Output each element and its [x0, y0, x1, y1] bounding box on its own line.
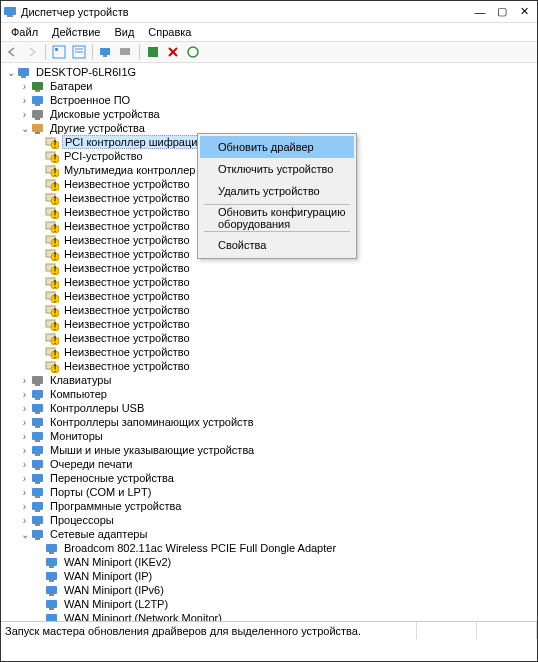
- device-icon: [45, 611, 59, 621]
- context-menu-item[interactable]: Удалить устройство: [200, 180, 354, 202]
- expander-icon[interactable]: ›: [19, 487, 30, 498]
- expander-icon[interactable]: ›: [19, 459, 30, 470]
- menu-action[interactable]: Действие: [46, 25, 106, 39]
- category-node[interactable]: ›Батареи: [1, 79, 537, 93]
- separator: [139, 44, 140, 60]
- expander-icon[interactable]: ›: [19, 473, 30, 484]
- category-label: Дисковые устройства: [48, 108, 162, 120]
- svg-rect-104: [49, 580, 54, 582]
- svg-text:!: !: [53, 236, 56, 247]
- expander-icon[interactable]: ›: [19, 417, 30, 428]
- minimize-button[interactable]: —: [469, 2, 491, 22]
- expander-icon[interactable]: ›: [19, 109, 30, 120]
- expander-icon[interactable]: ›: [19, 515, 30, 526]
- tree-root[interactable]: ⌄DESKTOP-6LR6I1G: [1, 65, 537, 79]
- device-icon: !: [45, 177, 59, 191]
- expander-icon[interactable]: ⌄: [19, 529, 30, 540]
- svg-rect-108: [49, 608, 54, 610]
- device-node[interactable]: !Неизвестное устройство: [1, 261, 537, 275]
- context-menu-item[interactable]: Обновить драйвер: [200, 136, 354, 158]
- device-node[interactable]: Broadcom 802.11ac Wireless PCIE Full Don…: [1, 541, 537, 555]
- category-node[interactable]: ›Процессоры: [1, 513, 537, 527]
- device-node[interactable]: WAN Miniport (IP): [1, 569, 537, 583]
- device-node[interactable]: WAN Miniport (IKEv2): [1, 555, 537, 569]
- category-node[interactable]: ›Встроенное ПО: [1, 93, 537, 107]
- update-button[interactable]: [144, 43, 162, 61]
- device-node[interactable]: !Неизвестное устройство: [1, 359, 537, 373]
- device-node[interactable]: !Неизвестное устройство: [1, 275, 537, 289]
- svg-rect-107: [46, 600, 57, 608]
- category-node[interactable]: ›Переносные устройства: [1, 471, 537, 485]
- expander-icon[interactable]: ›: [19, 389, 30, 400]
- menu-separator: [204, 204, 350, 205]
- expander-icon[interactable]: ›: [19, 403, 30, 414]
- disable-button[interactable]: [164, 43, 182, 61]
- svg-text:!: !: [53, 250, 56, 261]
- keyboard-icon: [31, 373, 45, 387]
- device-node[interactable]: !Неизвестное устройство: [1, 345, 537, 359]
- computer-icon: [17, 65, 31, 79]
- device-label: WAN Miniport (Network Monitor): [62, 612, 224, 621]
- svg-rect-81: [32, 418, 43, 426]
- category-node[interactable]: ›Контроллеры USB: [1, 401, 537, 415]
- category-node[interactable]: ›Дисковые устройства: [1, 107, 537, 121]
- device-label: Неизвестное устройство: [62, 234, 192, 246]
- category-node[interactable]: ›Мыши и иные указывающие устройства: [1, 443, 537, 457]
- category-node[interactable]: ›Программные устройства: [1, 499, 537, 513]
- svg-rect-80: [35, 412, 40, 414]
- forward-button[interactable]: [23, 43, 41, 61]
- expander-icon[interactable]: ›: [19, 375, 30, 386]
- computer-icon: [31, 387, 45, 401]
- device-node[interactable]: WAN Miniport (Network Monitor): [1, 611, 537, 621]
- category-node[interactable]: ⌄Сетевые адаптеры: [1, 527, 537, 541]
- expander-icon[interactable]: ⌄: [5, 67, 16, 78]
- port-icon: [31, 485, 45, 499]
- svg-rect-22: [32, 124, 43, 132]
- menu-file[interactable]: Файл: [5, 25, 44, 39]
- svg-rect-92: [35, 496, 40, 498]
- expander-icon[interactable]: ›: [19, 445, 30, 456]
- category-node[interactable]: ›Очереди печати: [1, 457, 537, 471]
- device-label: Broadcom 802.11ac Wireless PCIE Full Don…: [62, 542, 338, 554]
- category-node[interactable]: ›Порты (COM и LPT): [1, 485, 537, 499]
- device-label: Неизвестное устройство: [62, 304, 192, 316]
- device-node[interactable]: !Неизвестное устройство: [1, 331, 537, 345]
- close-button[interactable]: ✕: [513, 2, 535, 22]
- menu-help[interactable]: Справка: [142, 25, 197, 39]
- device-node[interactable]: !Неизвестное устройство: [1, 289, 537, 303]
- svg-rect-2: [53, 46, 65, 58]
- svg-rect-75: [32, 376, 43, 384]
- device-node[interactable]: WAN Miniport (IPv6): [1, 583, 537, 597]
- device-icon: !: [45, 191, 59, 205]
- device-label: Неизвестное устройство: [62, 220, 192, 232]
- category-node[interactable]: ›Мониторы: [1, 429, 537, 443]
- context-menu-item[interactable]: Отключить устройство: [200, 158, 354, 180]
- maximize-button[interactable]: ▢: [491, 2, 513, 22]
- uninstall-button[interactable]: [117, 43, 135, 61]
- menu-view[interactable]: Вид: [108, 25, 140, 39]
- properties-button[interactable]: [70, 43, 88, 61]
- expander-icon[interactable]: ⌄: [19, 123, 30, 134]
- device-node[interactable]: !Неизвестное устройство: [1, 303, 537, 317]
- expander-icon[interactable]: ›: [19, 81, 30, 92]
- category-node[interactable]: ›Контроллеры запоминающих устройств: [1, 415, 537, 429]
- show-hidden-button[interactable]: [50, 43, 68, 61]
- device-label: Неизвестное устройство: [62, 360, 192, 372]
- expander-icon[interactable]: ›: [19, 501, 30, 512]
- device-node[interactable]: !Неизвестное устройство: [1, 317, 537, 331]
- device-icon: !: [45, 247, 59, 261]
- svg-rect-15: [21, 76, 26, 78]
- expander-icon[interactable]: ›: [19, 95, 30, 106]
- enable-button[interactable]: [184, 43, 202, 61]
- scan-button[interactable]: [97, 43, 115, 61]
- context-menu-item[interactable]: Обновить конфигурацию оборудования: [200, 207, 354, 229]
- back-button[interactable]: [3, 43, 21, 61]
- category-node[interactable]: ›Клавиатуры: [1, 373, 537, 387]
- expander-icon[interactable]: ›: [19, 431, 30, 442]
- svg-rect-83: [32, 432, 43, 440]
- device-icon: !: [45, 317, 59, 331]
- device-label: Неизвестное устройство: [62, 332, 192, 344]
- device-node[interactable]: WAN Miniport (L2TP): [1, 597, 537, 611]
- category-node[interactable]: ›Компьютер: [1, 387, 537, 401]
- context-menu-item[interactable]: Свойства: [200, 234, 354, 256]
